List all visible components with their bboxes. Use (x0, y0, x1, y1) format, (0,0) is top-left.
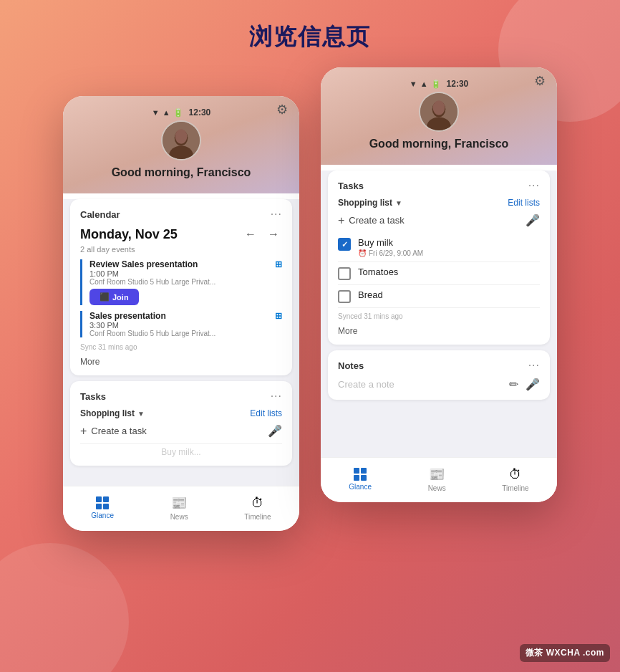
left-list-selector[interactable]: Shopping list ▼ (80, 408, 145, 418)
left-tasks-card: Tasks ··· Shopping list ▼ Edit lists + C… (70, 381, 292, 466)
watermark: 微茶 WXCHA .com (520, 644, 610, 662)
right-phone-header: ▼ ▲ 🔋 12:30 ⚙ Good morning, Francisco (321, 67, 557, 165)
event-item-1: Review Sales presentation ⊞ 1:00 PM Conf… (80, 259, 282, 305)
event-time-1: 1:00 PM (89, 269, 282, 278)
left-bottom-nav: Glance 📰 News ⏱ Timeline (63, 486, 299, 531)
join-icon: ⬛ (100, 292, 110, 302)
left-glance-icon (96, 496, 109, 509)
event-location-1: Conf Room Studio 5 Hub Large Privat... (89, 278, 233, 286)
task-item-3: Bread (338, 285, 540, 308)
cal-next-button[interactable]: → (265, 226, 282, 242)
event-time-2: 3:30 PM (89, 321, 282, 330)
right-nav-news[interactable]: 📰 News (420, 464, 455, 495)
event-item-2: Sales presentation ⊞ 3:30 PM Conf Room S… (80, 311, 282, 337)
left-timeline-icon: ⏱ (251, 496, 264, 511)
task-1-text: Buy milk (358, 237, 423, 248)
right-tasks-sync-text: Synced 31 mins ago (338, 312, 540, 320)
notes-more-dots[interactable]: ··· (528, 359, 540, 372)
right-tasks-title: Tasks (338, 181, 364, 191)
right-phone-content: Tasks ··· Shopping list ▼ Edit lists + C… (321, 171, 557, 457)
wifi-icon: ▲ (163, 108, 170, 117)
join-button[interactable]: ⬛ Join (89, 289, 139, 305)
calendar-date-row: Monday, Nov 25 ← → (80, 226, 282, 242)
calendar-navigation: ← → (242, 226, 282, 242)
pencil-icon[interactable]: ✏ (509, 378, 518, 391)
outlook-icon-2: ⊞ (275, 311, 282, 321)
left-edit-lists-button[interactable]: Edit lists (250, 408, 282, 418)
right-tasks-more-dots[interactable]: ··· (528, 179, 540, 192)
all-day-events: 2 all day events (80, 245, 282, 254)
left-status-bar: ▼ ▲ 🔋 12:30 (140, 102, 222, 120)
calendar-more-dots[interactable]: ··· (271, 208, 282, 221)
right-nav-news-label: News (428, 484, 446, 492)
right-time: 12:30 (447, 79, 469, 89)
left-create-task-row: + Create a task 🎤 (80, 424, 282, 438)
right-create-task-left: + Create a task (338, 214, 405, 227)
task-item-1: Buy milk ⏰ Fri 6/29, 9:00 AM (338, 233, 540, 262)
left-avatar (161, 120, 201, 160)
left-create-task-label[interactable]: Create a task (91, 426, 146, 436)
task-1-details: Buy milk ⏰ Fri 6/29, 9:00 AM (358, 237, 423, 257)
calendar-title: Calendar (80, 209, 120, 220)
left-tasks-more-dots[interactable]: ··· (271, 390, 282, 403)
calendar-sync-text: Sync 31 mins ago (80, 343, 282, 351)
left-task-list-header: Shopping list ▼ Edit lists (80, 408, 282, 418)
left-nav-timeline-label: Timeline (244, 513, 271, 521)
clock-icon: ⏰ (358, 249, 367, 257)
right-status-bar: ▼ ▲ 🔋 12:30 (398, 73, 480, 92)
left-tasks-title: Tasks (80, 391, 106, 402)
right-nav-glance[interactable]: Glance (340, 465, 380, 494)
calendar-more-link[interactable]: More (80, 357, 282, 367)
right-bottom-nav: Glance 📰 News ⏱ Timeline (321, 457, 557, 502)
left-tasks-header: Tasks ··· (80, 390, 282, 403)
right-timeline-icon: ⏱ (509, 467, 522, 482)
task-2-checkbox[interactable] (338, 267, 351, 280)
task-1-checkbox[interactable] (338, 238, 351, 251)
right-nav-timeline[interactable]: ⏱ Timeline (493, 464, 537, 495)
settings-icon[interactable]: ⚙ (276, 102, 288, 117)
left-nav-news-label: News (170, 513, 188, 521)
right-edit-lists-button[interactable]: Edit lists (508, 198, 540, 208)
note-mic-icon[interactable]: 🎤 (525, 378, 540, 391)
task-item-2: Tomatoes (338, 262, 540, 285)
right-create-task-label[interactable]: Create a task (349, 215, 404, 226)
svg-point-7 (433, 100, 445, 115)
right-settings-icon[interactable]: ⚙ (534, 73, 546, 89)
left-nav-glance[interactable]: Glance (82, 494, 122, 522)
right-nav-timeline-label: Timeline (502, 484, 528, 492)
notes-card: Notes ··· Create a note ✏ 🎤 (328, 350, 550, 400)
left-time: 12:30 (189, 107, 211, 117)
event-details-1: Review Sales presentation ⊞ 1:00 PM Conf… (85, 259, 282, 305)
left-phone: ▼ ▲ 🔋 12:30 ⚙ Good morning, Francisco (63, 96, 299, 531)
create-note-row: Create a note ✏ 🎤 (338, 378, 540, 391)
right-plus-icon: + (338, 214, 344, 227)
left-nav-glance-label: Glance (91, 512, 114, 519)
right-dropdown-arrow: ▼ (395, 199, 402, 207)
left-list-name: Shopping list (80, 408, 135, 418)
right-tasks-card: Tasks ··· Shopping list ▼ Edit lists + C… (328, 171, 550, 345)
left-mic-icon[interactable]: 🎤 (268, 424, 282, 438)
signal-icon: ▼ (152, 108, 160, 117)
bg-decoration-bottom (0, 543, 129, 672)
left-phone-header: ▼ ▲ 🔋 12:30 ⚙ Good morning, Francisco (63, 96, 299, 193)
right-wifi-icon: ▲ (420, 80, 428, 88)
right-list-selector[interactable]: Shopping list ▼ (338, 198, 402, 208)
create-note-text[interactable]: Create a note (338, 379, 394, 390)
right-tasks-header: Tasks ··· (338, 179, 540, 192)
left-nav-news[interactable]: 📰 News (162, 492, 197, 524)
right-nav-glance-label: Glance (349, 483, 372, 491)
notes-card-header: Notes ··· (338, 359, 540, 372)
left-nav-timeline[interactable]: ⏱ Timeline (236, 493, 279, 524)
task-3-checkbox[interactable] (338, 290, 351, 303)
cal-prev-button[interactable]: ← (242, 226, 259, 242)
right-tasks-more-link[interactable]: More (338, 326, 540, 336)
right-greeting: Good morning, Francisco (369, 138, 509, 150)
right-create-task-row: + Create a task 🎤 (338, 213, 540, 227)
calendar-date: Monday, Nov 25 (80, 227, 178, 242)
right-mic-icon[interactable]: 🎤 (525, 213, 540, 227)
right-battery-icon: 🔋 (431, 80, 441, 89)
right-glance-icon (354, 468, 367, 481)
right-list-name: Shopping list (338, 198, 392, 208)
battery-icon: 🔋 (173, 108, 183, 117)
notes-title: Notes (338, 360, 364, 371)
